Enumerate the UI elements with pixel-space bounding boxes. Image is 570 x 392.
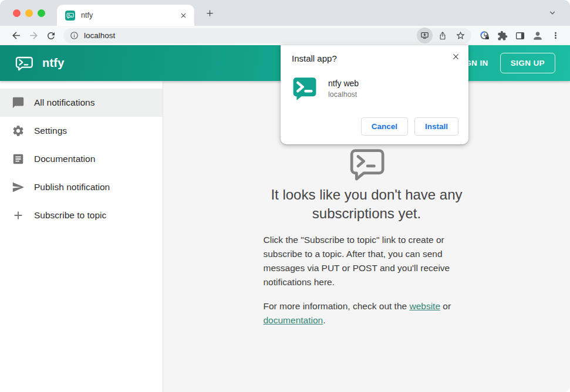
- tab-search-chevron-icon[interactable]: [544, 5, 561, 21]
- tab-title: ntfy: [81, 11, 178, 19]
- documentation-link[interactable]: documentation: [264, 315, 323, 325]
- dialog-app-row: ntfy web localhost: [281, 76, 468, 102]
- ntfy-logo-icon: [15, 54, 33, 73]
- sidebar-item-publish-notification[interactable]: Publish notification: [0, 173, 163, 201]
- dialog-app-name: ntfy web: [328, 79, 359, 88]
- info-icon[interactable]: [70, 31, 79, 40]
- install-app-dialog: Install app? ntfy web localhost Cancel I…: [281, 45, 468, 144]
- minimize-window-button[interactable]: [25, 9, 33, 17]
- chat-icon: [12, 96, 25, 109]
- cancel-button[interactable]: Cancel: [361, 117, 408, 136]
- sidebar-item-label: All notifications: [34, 97, 95, 108]
- close-window-button[interactable]: [13, 9, 21, 17]
- address-bar[interactable]: localhost: [63, 28, 471, 43]
- close-icon[interactable]: [450, 50, 461, 62]
- sidebar-item-all-notifications[interactable]: All notifications: [0, 89, 163, 117]
- extension-lock-icon[interactable]: [476, 28, 494, 44]
- dialog-app-origin: localhost: [328, 90, 359, 99]
- sidebar-item-label: Settings: [34, 126, 67, 136]
- empty-state-paragraph: Click the "Subscribe to topic" link to c…: [264, 233, 470, 289]
- article-icon: [12, 153, 25, 165]
- forward-icon[interactable]: [25, 28, 42, 44]
- bookmark-star-icon[interactable]: [453, 28, 468, 43]
- empty-state-heading: It looks like you don't have any subscri…: [238, 185, 496, 223]
- zoom-window-button[interactable]: [38, 9, 45, 17]
- website-link[interactable]: website: [409, 301, 440, 311]
- sidebar-item-label: Publish notification: [34, 182, 110, 192]
- gear-icon: [12, 124, 25, 137]
- ntfy-favicon-icon: [65, 11, 75, 21]
- sidebar-item-settings[interactable]: Settings: [0, 117, 163, 145]
- paragraph-text: For more information, check out the: [264, 301, 410, 311]
- url-text[interactable]: localhost: [84, 31, 115, 40]
- sidebar-item-label: Documentation: [34, 154, 95, 164]
- sidebar-item-label: Subscribe to topic: [34, 210, 106, 221]
- browser-window: ntfy localhost: [0, 0, 570, 392]
- app-title: ntfy: [42, 56, 64, 70]
- share-icon[interactable]: [435, 28, 450, 43]
- install-app-icon[interactable]: [417, 28, 433, 43]
- tab-close-icon[interactable]: [178, 10, 188, 21]
- sign-up-button[interactable]: SIGN UP: [500, 53, 555, 73]
- empty-state-links-paragraph: For more information, check out the webs…: [264, 299, 470, 327]
- ntfy-empty-state-icon: [348, 147, 386, 181]
- paragraph-text: or: [440, 301, 451, 311]
- send-icon: [12, 181, 25, 194]
- dialog-title: Install app?: [281, 53, 468, 63]
- ntfy-app-icon: [292, 76, 318, 102]
- reload-icon[interactable]: [42, 28, 60, 44]
- sidebar-item-subscribe-to-topic[interactable]: Subscribe to topic: [0, 201, 163, 229]
- back-icon[interactable]: [7, 28, 25, 44]
- side-panel-icon[interactable]: [511, 28, 529, 44]
- new-tab-button[interactable]: [201, 5, 218, 21]
- sidebar-item-documentation[interactable]: Documentation: [0, 145, 163, 173]
- menu-kebab-icon[interactable]: [547, 28, 564, 44]
- sidebar: All notifications Settings Documentation…: [0, 81, 163, 392]
- extensions-puzzle-icon[interactable]: [494, 28, 511, 44]
- window-controls: [0, 9, 57, 17]
- browser-tab[interactable]: ntfy: [57, 5, 194, 26]
- tab-strip: ntfy: [0, 0, 570, 26]
- paragraph-text: .: [323, 315, 325, 325]
- browser-toolbar: localhost: [0, 26, 570, 45]
- plus-icon: [12, 209, 25, 222]
- install-button[interactable]: Install: [414, 117, 458, 136]
- profile-avatar-icon[interactable]: [529, 28, 547, 44]
